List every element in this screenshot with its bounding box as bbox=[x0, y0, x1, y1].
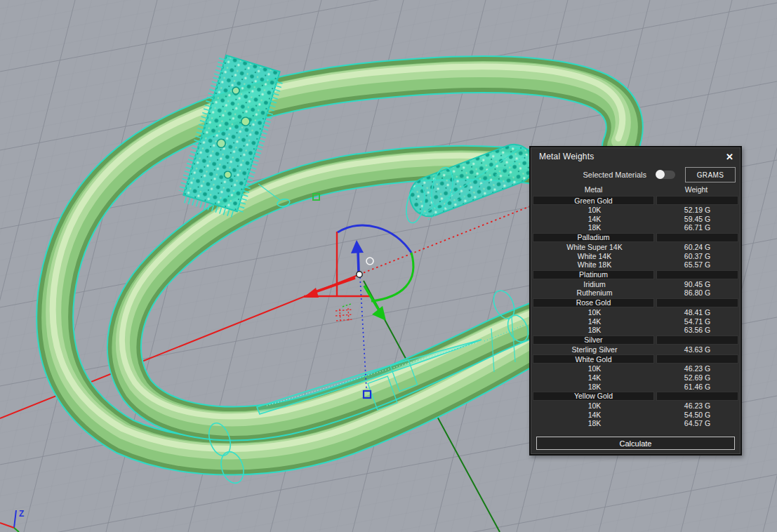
category-label: Rose Gold bbox=[533, 298, 654, 307]
category-label: Palladium bbox=[533, 233, 654, 242]
metal-cell: 18K bbox=[533, 383, 656, 391]
metal-row: 14K54.71 G bbox=[533, 317, 738, 326]
metal-cell: 14K bbox=[533, 411, 656, 419]
metal-column-header: Metal bbox=[533, 185, 654, 194]
metal-row: 10K48.41 G bbox=[533, 308, 738, 317]
gumball-y-arrow[interactable] bbox=[364, 286, 379, 310]
category-spacer bbox=[656, 392, 738, 401]
weight-cell: 65.57 G bbox=[656, 260, 738, 269]
close-icon[interactable]: ✕ bbox=[726, 152, 733, 161]
z-axis-dotted bbox=[360, 277, 366, 389]
category-label: Platinum bbox=[533, 270, 654, 279]
category-label: Yellow Gold bbox=[533, 392, 654, 401]
metal-cell: 14K bbox=[533, 317, 656, 326]
weight-cell: 60.24 G bbox=[656, 243, 738, 251]
selected-materials-label: Selected Materials bbox=[583, 171, 647, 179]
weight-cell: 66.71 G bbox=[656, 223, 738, 232]
weight-cell: 90.45 G bbox=[656, 280, 738, 288]
table-header: Metal Weight bbox=[531, 184, 741, 195]
metal-cell: White 14K bbox=[533, 252, 656, 260]
metal-row: 18K64.57 G bbox=[533, 419, 738, 428]
metal-row: 18K63.56 G bbox=[533, 326, 738, 335]
metal-row: 18K66.71 G bbox=[533, 223, 738, 232]
metal-cell: 10K bbox=[533, 206, 656, 214]
gumball-z-rotate-arc[interactable] bbox=[338, 225, 411, 253]
category-spacer bbox=[656, 354, 738, 364]
metal-row: White Super 14K60.24 G bbox=[533, 243, 738, 252]
gumball-z-arrowhead[interactable] bbox=[351, 240, 364, 253]
category-label: Silver bbox=[533, 335, 654, 345]
metal-cell: Sterling Silver bbox=[533, 345, 656, 354]
category-label: White Gold bbox=[533, 354, 654, 364]
metal-row: 10K46.23 G bbox=[533, 364, 738, 373]
category-spacer bbox=[656, 196, 738, 205]
category-row: Silver bbox=[533, 335, 738, 345]
gumball-x-arrow[interactable] bbox=[313, 278, 355, 293]
metal-cell: White 18K bbox=[533, 260, 656, 269]
dialog-title: Metal Weights bbox=[539, 152, 594, 161]
metal-row: White 18K65.57 G bbox=[533, 260, 738, 270]
grams-unit-button[interactable]: GRAMS bbox=[685, 167, 736, 182]
cplane-hatch bbox=[336, 308, 353, 322]
metal-cell: 14K bbox=[533, 373, 656, 382]
weight-cell: 43.63 G bbox=[656, 345, 738, 354]
metal-cell: White Super 14K bbox=[533, 243, 656, 251]
toggle-knob bbox=[656, 170, 665, 179]
metal-row: 18K61.46 G bbox=[533, 382, 738, 391]
metal-row: Sterling Silver43.63 G bbox=[533, 345, 738, 354]
weight-column-header: Weight bbox=[654, 185, 738, 194]
metal-row: 10K52.19 G bbox=[533, 206, 738, 215]
metal-cell: Ruthenium bbox=[533, 288, 656, 297]
calculate-button[interactable]: Calculate bbox=[536, 437, 735, 450]
weight-cell: 54.71 G bbox=[656, 317, 738, 326]
metal-cell: 18K bbox=[533, 223, 656, 232]
weight-cell: 63.56 G bbox=[656, 326, 738, 334]
metal-row: 10K46.23 G bbox=[533, 401, 738, 411]
category-row: Rose Gold bbox=[533, 298, 738, 307]
category-row: Yellow Gold bbox=[533, 392, 738, 401]
category-spacer bbox=[656, 335, 738, 345]
selected-materials-toggle[interactable] bbox=[656, 171, 675, 179]
metal-row: White 14K60.37 G bbox=[533, 251, 738, 260]
viewport: Z Metal Weights ✕ Selected Materials GRA… bbox=[0, 0, 777, 532]
category-label: Green Gold bbox=[533, 196, 654, 205]
gumball-origin-handle[interactable] bbox=[357, 272, 362, 277]
category-spacer bbox=[656, 298, 738, 307]
category-row: Palladium bbox=[533, 233, 738, 242]
gumball-z-arrow[interactable] bbox=[358, 251, 359, 272]
weight-cell: 86.80 G bbox=[656, 288, 738, 297]
weights-table: Green Gold10K52.19 G14K59.45 G18K66.71 G… bbox=[531, 196, 741, 428]
weight-cell: 59.45 G bbox=[656, 215, 738, 223]
metal-row: Ruthenium86.80 G bbox=[533, 288, 738, 298]
weight-cell: 46.23 G bbox=[656, 364, 738, 373]
weight-cell: 52.19 G bbox=[656, 206, 738, 214]
metal-cell: 10K bbox=[533, 308, 656, 317]
category-spacer bbox=[656, 233, 738, 242]
metal-cell: 14K bbox=[533, 215, 656, 223]
weight-cell: 60.37 G bbox=[656, 252, 738, 260]
category-row: Platinum bbox=[533, 270, 738, 279]
gumball-menu-ball[interactable] bbox=[366, 258, 373, 265]
metal-weights-dialog: Metal Weights ✕ Selected Materials GRAMS… bbox=[529, 146, 742, 455]
gumball-x-arrowhead[interactable] bbox=[303, 288, 319, 298]
category-spacer bbox=[656, 270, 738, 279]
weight-cell: 61.46 G bbox=[656, 383, 738, 391]
metal-cell: 10K bbox=[533, 364, 656, 373]
weight-cell: 48.41 G bbox=[656, 308, 738, 317]
metal-cell: 18K bbox=[533, 419, 656, 427]
x-axis-dotted bbox=[359, 206, 530, 274]
metal-row: Iridium90.45 G bbox=[533, 280, 738, 289]
weight-cell: 46.23 G bbox=[656, 401, 738, 410]
category-row: Green Gold bbox=[533, 196, 738, 205]
metal-row: 14K54.50 G bbox=[533, 411, 738, 420]
axis-indicator: Z bbox=[0, 509, 24, 532]
category-row: White Gold bbox=[533, 354, 738, 364]
gumball-y-rotate-arc[interactable] bbox=[371, 253, 413, 301]
z-axis-label: Z bbox=[19, 509, 24, 519]
metal-cell: 10K bbox=[533, 401, 656, 410]
weight-cell: 52.69 G bbox=[656, 373, 738, 382]
metal-cell: Iridium bbox=[533, 280, 656, 288]
metal-row: 14K52.69 G bbox=[533, 373, 738, 383]
metal-row: 14K59.45 G bbox=[533, 215, 738, 224]
dialog-titlebar[interactable]: Metal Weights ✕ bbox=[531, 147, 741, 166]
